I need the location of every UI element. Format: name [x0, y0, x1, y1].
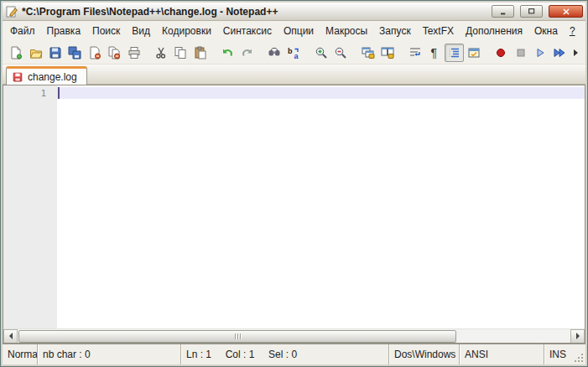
menu-item-search[interactable]: Поиск	[86, 23, 126, 39]
menu-item-encoding[interactable]: Кодировки	[156, 23, 217, 39]
print-icon[interactable]	[124, 44, 143, 62]
toolbar-separator	[484, 44, 492, 62]
unsaved-floppy-icon	[12, 71, 23, 83]
record-macro-icon[interactable]	[492, 44, 510, 62]
editor-panel: 1	[3, 85, 585, 344]
stop-record-icon[interactable]	[511, 44, 529, 62]
undo-icon[interactable]	[218, 44, 237, 62]
menu-item-plugins[interactable]: Дополнения	[460, 23, 528, 39]
menu-item-macros[interactable]: Макросы	[320, 23, 373, 39]
status-doc-type: Norma	[3, 344, 37, 364]
replace-icon[interactable]: ba	[284, 44, 303, 62]
status-typing-mode: INS	[544, 344, 572, 364]
minimize-icon[interactable]	[492, 5, 514, 18]
save-icon[interactable]	[46, 44, 65, 62]
word-wrap-icon[interactable]	[405, 44, 424, 62]
open-file-icon[interactable]	[26, 44, 44, 62]
zoom-out-icon[interactable]	[331, 44, 350, 62]
line-number-margin: 1	[3, 85, 57, 328]
tabbar: change.log	[3, 65, 585, 85]
status-doc-length: nb char : 0	[37, 344, 180, 364]
menubar-items: ФайлПравкаПоискВидКодировкиСинтаксисОпци…	[4, 23, 581, 39]
notepad-plus-plus-icon	[5, 5, 18, 18]
menu-item-edit[interactable]: Правка	[41, 23, 87, 39]
scroll-right-arrow-icon[interactable]	[570, 329, 585, 344]
cut-icon[interactable]	[152, 44, 170, 62]
caret-line-highlight	[57, 87, 585, 99]
menu-item-settings[interactable]: Опции	[278, 23, 320, 39]
redo-icon[interactable]	[237, 44, 256, 62]
menu-item-run[interactable]: Запуск	[373, 23, 417, 39]
toolbar: ba¶	[3, 41, 585, 65]
window-title: *C:\Program Files\Notepad++\change.log -…	[22, 6, 486, 18]
scroll-left-arrow-icon[interactable]	[3, 329, 18, 344]
save-all-icon[interactable]	[65, 44, 84, 62]
maximize-icon[interactable]	[520, 5, 543, 18]
play-macro-icon[interactable]	[531, 44, 549, 62]
new-file-icon[interactable]	[7, 44, 25, 62]
close-file-icon[interactable]	[86, 44, 104, 62]
menubar: ФайлПравкаПоискВидКодировкиСинтаксисОпци…	[3, 21, 585, 41]
resize-grip[interactable]	[573, 344, 585, 364]
menu-item-windows[interactable]: Окна	[528, 23, 564, 39]
toolbar-overflow-chevron-icon[interactable]	[570, 49, 582, 56]
status-cursor-position: Ln : 1 Col : 1 Sel : 0	[180, 344, 388, 364]
statusbar: Norma nb char : 0 Ln : 1 Col : 1 Sel : 0…	[3, 344, 585, 364]
toolbar-separator	[351, 44, 359, 62]
toolbar-separator	[304, 44, 312, 62]
run-macro-multiple-icon[interactable]	[550, 44, 569, 62]
line-number: 1	[3, 85, 57, 99]
svg-text:b: b	[288, 46, 293, 54]
menu-item-help[interactable]: ?	[564, 23, 581, 39]
close-all-files-icon[interactable]	[105, 44, 123, 62]
zoom-in-icon[interactable]	[312, 44, 330, 62]
horizontal-scrollbar[interactable]	[3, 328, 585, 343]
titlebar: *C:\Program Files\Notepad++\change.log -…	[3, 3, 585, 21]
scrollbar-thumb[interactable]	[18, 330, 456, 343]
sync-horizontal-icon[interactable]	[378, 44, 397, 62]
menu-item-syntax[interactable]: Синтаксис	[217, 23, 278, 39]
toolbar-separator	[258, 44, 265, 62]
user-dialog-icon[interactable]	[465, 44, 483, 62]
tab-label: change.log	[28, 71, 77, 83]
svg-text:a: a	[294, 51, 299, 59]
svg-text:¶: ¶	[430, 46, 437, 59]
status-encoding: ANSI	[459, 344, 544, 364]
paste-icon[interactable]	[191, 44, 210, 62]
toolbar-separator	[211, 44, 218, 62]
toolbar-separator	[398, 44, 405, 62]
tab-change-log[interactable]: change.log	[6, 66, 87, 85]
menu-item-file[interactable]: Файл	[4, 23, 41, 39]
text-area[interactable]	[57, 85, 585, 328]
close-icon[interactable]	[549, 5, 583, 18]
status-eol-format: Dos\Windows	[388, 344, 459, 364]
notepad-plus-plus-window: *C:\Program Files\Notepad++\change.log -…	[0, 0, 588, 367]
find-icon[interactable]	[265, 44, 284, 62]
copy-icon[interactable]	[171, 44, 190, 62]
text-caret	[58, 87, 60, 99]
show-all-chars-icon[interactable]: ¶	[425, 44, 444, 62]
menu-item-view[interactable]: Вид	[126, 23, 156, 39]
menu-item-textfx[interactable]: TextFX	[417, 23, 460, 39]
sync-vertical-icon[interactable]	[359, 44, 377, 62]
toolbar-separator	[144, 44, 152, 62]
indent-guide-icon[interactable]	[445, 44, 463, 62]
close-document-button[interactable]: X	[581, 25, 588, 37]
editor[interactable]: 1	[3, 85, 585, 328]
